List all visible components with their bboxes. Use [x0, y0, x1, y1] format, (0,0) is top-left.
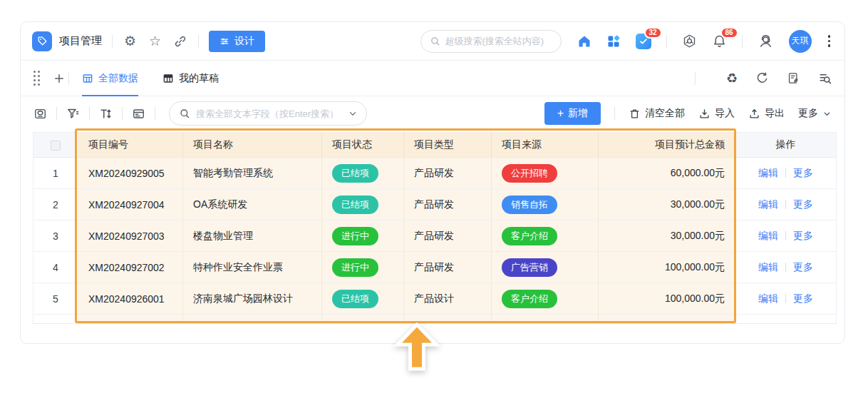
project-status-cell[interactable]: 进行中: [322, 220, 404, 252]
export-label: 导出: [765, 107, 785, 120]
user-avatar[interactable]: 天琪: [789, 30, 812, 53]
view-tab-bar: 全部数据 我的草稿 ♻: [21, 61, 844, 96]
empty-cell: [599, 315, 735, 324]
status-pill: 已结项: [332, 196, 378, 214]
empty-cell: [78, 315, 183, 324]
project-amount-cell[interactable]: 30,000.00元: [599, 189, 735, 220]
chevron-down-icon[interactable]: [348, 108, 358, 118]
view-settings-icon[interactable]: [132, 107, 145, 121]
support-headset-icon[interactable]: [758, 33, 774, 49]
row-index[interactable]: 4: [33, 252, 78, 283]
project-code-cell[interactable]: XM20240927002: [78, 252, 183, 283]
design-button[interactable]: 设计: [209, 31, 265, 52]
project-type-cell[interactable]: 产品研发: [404, 158, 492, 189]
project-name-cell[interactable]: OA系统研发: [183, 189, 322, 220]
row-actions-cell: 编辑更多: [735, 252, 837, 283]
row-more-link[interactable]: 更多: [793, 261, 813, 273]
tab-my-drafts[interactable]: 我的草稿: [162, 61, 219, 96]
project-status-cell[interactable]: 进行中: [322, 252, 404, 283]
column-header-code[interactable]: 项目编号: [78, 133, 183, 158]
display-settings-icon[interactable]: [33, 107, 47, 121]
row-index[interactable]: 1: [33, 158, 78, 189]
sliders-icon: [219, 36, 229, 46]
project-code-cell[interactable]: XM20240927003: [78, 220, 183, 252]
project-name-cell[interactable]: 楼盘物业管理: [183, 220, 322, 252]
add-record-button[interactable]: + 新增: [544, 102, 601, 125]
project-source-cell[interactable]: 客户介绍: [492, 220, 599, 252]
edit-link[interactable]: 编辑: [758, 293, 778, 304]
column-header-source[interactable]: 项目来源: [492, 133, 599, 158]
import-button[interactable]: 导入: [698, 107, 735, 120]
row-index[interactable]: 2: [33, 189, 78, 220]
notifications-bell-icon[interactable]: 86: [712, 34, 727, 49]
share-link-icon[interactable]: [174, 35, 187, 48]
more-actions-button[interactable]: 更多: [798, 107, 832, 120]
project-source-cell[interactable]: 销售自拓: [492, 189, 599, 220]
project-amount-cell[interactable]: 30,000.00元: [599, 220, 735, 252]
workbench-hexagon-icon[interactable]: [682, 34, 697, 49]
edit-link[interactable]: 编辑: [758, 261, 778, 273]
column-header-name[interactable]: 项目名称: [183, 133, 322, 158]
row-index[interactable]: 3: [33, 220, 78, 252]
column-header-status[interactable]: 项目状态: [322, 133, 404, 158]
project-code-cell[interactable]: XM20240929005: [78, 158, 183, 189]
project-source-cell[interactable]: 广告营销: [492, 252, 599, 283]
project-type-cell[interactable]: 产品研发: [404, 220, 492, 252]
project-amount-cell[interactable]: 60,000.00元: [599, 158, 735, 189]
edit-link[interactable]: 编辑: [758, 230, 778, 241]
divider: [785, 231, 786, 240]
divider: [695, 72, 696, 85]
favorite-star-icon[interactable]: ☆: [149, 34, 161, 48]
row-more-link[interactable]: 更多: [793, 167, 813, 178]
status-pill: 已结项: [332, 164, 378, 183]
tab-all-data[interactable]: 全部数据: [82, 61, 138, 96]
row-index[interactable]: 5: [33, 283, 78, 315]
home-icon[interactable]: [577, 34, 591, 49]
sort-icon[interactable]: [99, 107, 113, 121]
empty-cell: [492, 315, 599, 324]
row-more-link[interactable]: 更多: [793, 198, 813, 210]
select-all-checkbox[interactable]: [51, 141, 61, 151]
settings-gear-icon[interactable]: ⚙: [124, 34, 136, 48]
global-search-input[interactable]: [445, 36, 552, 46]
tasks-icon[interactable]: 32: [636, 34, 651, 49]
project-code-cell[interactable]: XM20240927004: [78, 189, 183, 220]
column-header-type[interactable]: 项目类型: [404, 133, 492, 158]
edit-link[interactable]: 编辑: [758, 167, 778, 178]
global-search[interactable]: [420, 30, 562, 53]
project-amount-cell[interactable]: 100,000.00元: [599, 283, 735, 315]
table-search-input[interactable]: [196, 108, 342, 119]
task-count-badge: 32: [644, 27, 662, 39]
export-button[interactable]: 导出: [748, 107, 785, 120]
filter-icon[interactable]: [66, 107, 80, 121]
edit-link[interactable]: 编辑: [758, 198, 778, 210]
form-link-icon[interactable]: [787, 71, 800, 85]
project-type-cell[interactable]: 产品研发: [404, 189, 492, 220]
refresh-icon[interactable]: [755, 71, 769, 85]
project-name-cell[interactable]: 智能考勤管理系统: [183, 158, 322, 189]
recycle-bin-icon[interactable]: ♻: [726, 72, 738, 85]
project-name-cell[interactable]: 特种作业安全作业票: [183, 252, 322, 283]
apps-grid-icon[interactable]: [606, 34, 621, 49]
project-name-cell[interactable]: 济南泉城广场园林设计: [183, 283, 322, 315]
project-status-cell[interactable]: 已结项: [322, 283, 404, 315]
project-amount-cell[interactable]: 100,000.00元: [599, 252, 735, 283]
table-search[interactable]: [169, 101, 367, 126]
drag-handle-icon[interactable]: [33, 71, 40, 86]
project-source-cell[interactable]: 公开招聘: [492, 158, 599, 189]
project-source-cell[interactable]: 客户介绍: [492, 283, 599, 315]
project-status-cell[interactable]: 已结项: [322, 158, 404, 189]
more-menu-icon[interactable]: [827, 34, 832, 49]
app-logo[interactable]: [32, 31, 52, 51]
column-header-amount[interactable]: 项目预计总金额: [599, 133, 735, 158]
add-view-icon[interactable]: [53, 72, 66, 85]
row-more-link[interactable]: 更多: [793, 293, 813, 304]
row-more-link[interactable]: 更多: [793, 230, 813, 241]
search-list-icon[interactable]: [818, 71, 832, 85]
project-type-cell[interactable]: 产品研发: [404, 252, 492, 283]
project-status-cell[interactable]: 已结项: [322, 189, 404, 220]
top-bar: 项目管理 ⚙ ☆ 设计: [21, 22, 844, 61]
project-code-cell[interactable]: XM20240926001: [78, 283, 183, 315]
clear-all-button[interactable]: 清空全部: [629, 107, 685, 120]
project-type-cell[interactable]: 产品设计: [404, 283, 492, 315]
